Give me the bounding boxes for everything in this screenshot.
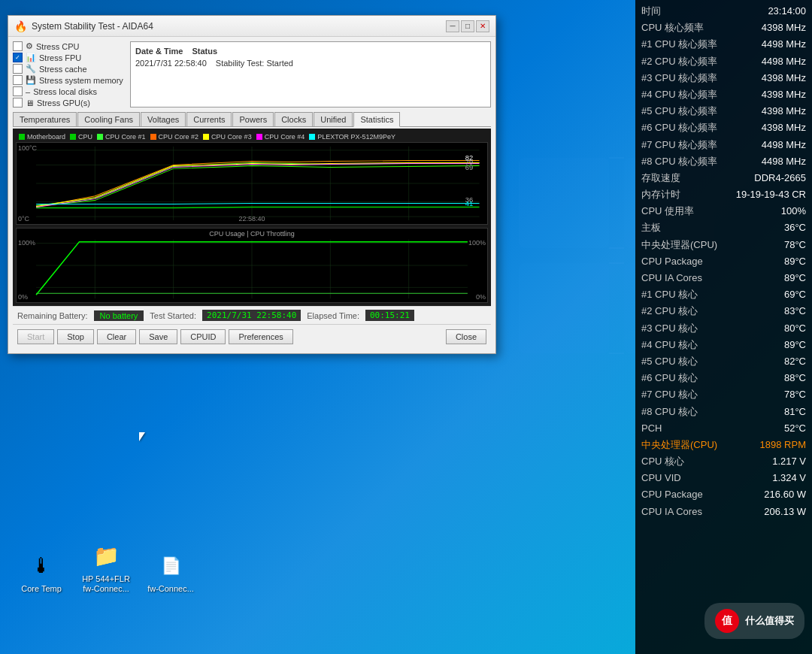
panel-value-cpu-package-temp: 89°C	[784, 255, 806, 268]
panel-label-cpu-package-power: CPU Package	[641, 488, 703, 501]
tab-currents[interactable]: Currents	[186, 112, 232, 126]
usage-y-top: 100%	[18, 239, 35, 247]
stress-cache-checkbox[interactable]	[13, 64, 23, 74]
aida64-window: 🔥 System Stability Test - AIDA64 ─ □ ✕ ⚙…	[8, 15, 496, 354]
stress-disks-label: Stress local disks	[33, 87, 97, 96]
panel-label-mem-timing: 内存计时	[641, 188, 680, 201]
legend-plextor-label: PLEXTOR PX-512M9PeY	[317, 133, 395, 141]
stress-gpu-option[interactable]: 🖥 Stress GPU(s)	[13, 98, 126, 107]
panel-value-cpu-fan: 1898 RPM	[760, 438, 806, 452]
window-titlebar: 🔥 System Stability Test - AIDA64 ─ □ ✕	[8, 16, 495, 37]
panel-label-core5-temp: #5 CPU 核心	[641, 355, 698, 368]
stress-memory-option[interactable]: 💾 Stress system memory	[13, 75, 126, 85]
status-bar: Remaining Battery: No battery Test Start…	[13, 306, 491, 324]
minimize-button[interactable]: ─	[446, 20, 459, 32]
panel-row-cpu-ia-cores-power: CPU IA Cores 206.13 W	[635, 504, 812, 520]
panel-label-pch-temp: PCH	[641, 422, 662, 435]
usage-chart-title: CPU Usage | CPU Throttling	[209, 230, 295, 238]
stress-memory-checkbox[interactable]	[13, 75, 23, 85]
legend-core3: CPU Core #3	[203, 133, 252, 141]
panel-row-time: 时间 23:14:00	[635, 3, 812, 20]
legend-core4: CPU Core #4	[256, 133, 305, 141]
disks-icon: –	[26, 87, 30, 96]
tab-statistics[interactable]: Statistics	[353, 112, 400, 127]
panel-value-time: 23:14:00	[768, 5, 806, 18]
desktop-icon-fwconnec[interactable]: 📄 fw-Connec...	[144, 551, 197, 594]
tab-unified[interactable]: Unified	[314, 112, 353, 126]
test-started-label: Test Started:	[150, 311, 196, 320]
stress-gpu-checkbox[interactable]	[13, 98, 23, 107]
usage-y-labels: 100% 0%	[18, 229, 35, 302]
buttons-row: Start Stop Clear Save CPUID Preferences …	[13, 324, 491, 349]
info-header-row: Date & Time Status	[135, 47, 486, 56]
tab-cooling-fans[interactable]: Cooling Fans	[77, 112, 140, 126]
cpuid-button[interactable]: CPUID	[180, 329, 226, 344]
tab-clocks[interactable]: Clocks	[274, 112, 313, 126]
stress-fpu-checkbox[interactable]: ✓	[13, 53, 23, 62]
panel-label-mainboard-temp: 主板	[641, 221, 661, 235]
stress-cache-option[interactable]: 🔧 Stress cache	[13, 64, 126, 74]
panel-value-core6-temp: 88°C	[784, 371, 806, 385]
panel-label-cpu-freq: CPU 核心频率	[641, 21, 704, 35]
status-value: Stability Test: Started	[216, 59, 293, 68]
remaining-battery-label: Remaining Battery:	[17, 311, 88, 320]
stress-cpu-checkbox[interactable]	[13, 41, 23, 51]
panel-value-core4-temp: 89°C	[784, 338, 806, 352]
panel-label-core7-temp: #7 CPU 核心	[641, 388, 698, 401]
panel-row-cpu-fan: 中央处理器(CPU) 1898 RPM	[635, 437, 812, 453]
legend-core1: CPU Core #1	[97, 133, 146, 141]
legend-core1-label: CPU Core #1	[105, 133, 146, 141]
stress-disks-checkbox[interactable]	[13, 86, 23, 96]
panel-row-cpu-temp: 中央处理器(CPU) 78°C	[635, 237, 812, 253]
panel-value-mem-speed: DDR4-2665	[754, 171, 806, 185]
panel-label-cpu8-freq: #8 CPU 核心频率	[641, 155, 717, 168]
tab-powers[interactable]: Powers	[232, 112, 274, 126]
save-button[interactable]: Save	[139, 329, 177, 344]
desktop-icon-hp544[interactable]: 📁 HP 544+FLR fw-Connec...	[80, 541, 132, 594]
clear-button[interactable]: Clear	[97, 329, 136, 344]
cache-icon: 🔧	[26, 64, 36, 74]
panel-label-core3-temp: #3 CPU 核心	[641, 322, 698, 335]
desktop-icon-coretemp[interactable]: 🌡 Core Temp	[15, 551, 68, 594]
stress-memory-label: Stress system memory	[39, 76, 123, 85]
close-window-button[interactable]: ✕	[476, 20, 489, 32]
right-panel: 时间 23:14:00 CPU 核心频率 4398 MHz #1 CPU 核心频…	[635, 0, 812, 654]
legend-core4-dot	[256, 134, 262, 140]
temperature-chart: 100°C 0°C	[16, 142, 488, 225]
panel-row-cpu-package-power: CPU Package 216.60 W	[635, 486, 812, 503]
panel-label-cpu-temp: 中央处理器(CPU)	[641, 238, 717, 252]
memory-icon: 💾	[26, 75, 36, 85]
stress-options: ⚙ Stress CPU ✓ 📊 Stress FPU 🔧 Stress cac…	[13, 41, 126, 107]
panel-row-core1-temp: #1 CPU 核心 69°C	[635, 286, 812, 303]
panel-row-cpu8-freq: #8 CPU 核心频率 4498 MHz	[635, 153, 812, 170]
legend-motherboard-label: Motherboard	[27, 133, 65, 141]
stress-fpu-label: Stress FPU	[39, 53, 81, 62]
panel-row-mem-speed: 存取速度 DDR4-2665	[635, 170, 812, 186]
stress-fpu-option[interactable]: ✓ 📊 Stress FPU	[13, 53, 126, 62]
coretemp-label: Core Temp	[21, 584, 62, 594]
tabs-bar: Temperatures Cooling Fans Voltages Curre…	[13, 112, 491, 127]
close-button[interactable]: Close	[446, 329, 486, 344]
panel-label-cpu-ia-cores-temp: CPU IA Cores	[641, 271, 702, 285]
panel-row-core4-temp: #4 CPU 核心 89°C	[635, 337, 812, 353]
panel-value-cpu7-freq: 4498 MHz	[762, 138, 806, 152]
date-time-label: Date & Time	[135, 47, 183, 56]
stress-disks-option[interactable]: – Stress local disks	[13, 86, 126, 96]
stress-cpu-option[interactable]: ⚙ Stress CPU	[13, 41, 126, 51]
start-button[interactable]: Start	[17, 329, 54, 344]
svg-text:69: 69	[465, 165, 473, 172]
panel-label-cpu7-freq: #7 CPU 核心频率	[641, 138, 717, 152]
panel-label-cpu-fan: 中央处理器(CPU)	[641, 438, 717, 452]
tab-temperatures[interactable]: Temperatures	[13, 112, 77, 126]
maximize-button[interactable]: □	[461, 20, 474, 32]
preferences-button[interactable]: Preferences	[229, 329, 292, 344]
cpu-usage-chart: CPU Usage | CPU Throttling 100% 0% 100% …	[16, 228, 488, 303]
tab-voltages[interactable]: Voltages	[141, 112, 186, 126]
svg-rect-0	[519, 158, 609, 248]
window-content: ⚙ Stress CPU ✓ 📊 Stress FPU 🔧 Stress cac…	[8, 37, 495, 353]
stop-button[interactable]: Stop	[57, 329, 94, 344]
legend-core2-label: CPU Core #2	[159, 133, 199, 141]
gpu-icon: 🖥	[26, 98, 34, 107]
panel-value-core7-temp: 78°C	[784, 388, 806, 401]
panel-value-cpu-usage: 100%	[781, 204, 806, 218]
